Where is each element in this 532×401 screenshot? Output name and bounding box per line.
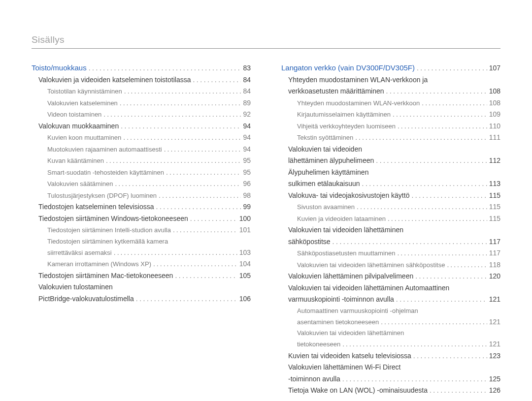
toc-entry-page: 99	[243, 201, 251, 213]
leader-dots	[173, 224, 237, 236]
leader-dots	[175, 270, 237, 282]
toc-entry-title: Valokuvien säätäminen	[47, 179, 113, 189]
toc-entry[interactable]: Kirjautumisselaimen käyttäminen109	[297, 109, 500, 121]
leader-dots	[415, 271, 487, 282]
toc-entry[interactable]: Tiedostojen siirtäminen Intelli-studion …	[47, 224, 251, 236]
toc-entry-page: 94	[243, 144, 251, 155]
toc-entry[interactable]: tietokoneeseen121	[297, 339, 500, 350]
toc-entry[interactable]: Valokuvien ja videoiden katseleminen toi…	[38, 74, 251, 86]
leader-dots	[413, 350, 487, 362]
toc-entry[interactable]: Valokuvan muokkaaminen94	[38, 121, 251, 132]
toc-entry[interactable]: Valokuvien säätäminen96	[47, 178, 251, 190]
toc-entry-title: Tiedostojen siirtäminen Windows-tietokon…	[38, 213, 188, 225]
toc-entry-title: Yhteyden muodostaminen WLAN-verkkoon ja	[288, 74, 428, 86]
toc-entry[interactable]: Yhteyden muodostaminen WLAN-verkkoon ja	[288, 74, 500, 86]
toc-entry-title: Yhteyden muodostaminen WLAN-verkkoon	[297, 98, 420, 109]
toc-entry[interactable]: Tiedostojen siirtäminen Mac-tietokoneese…	[38, 270, 251, 282]
toc-entry[interactable]: Toistotilan käynnistäminen84	[47, 86, 251, 97]
toc-entry[interactable]: Sivuston avaaminen115	[297, 201, 500, 213]
toc-entry[interactable]: varmuuskopiointi -toiminnon avulla121	[288, 294, 500, 306]
toc-entry[interactable]: Vihjeitä verkkoyhteyden luomiseen110	[297, 121, 500, 132]
leader-dots	[123, 132, 241, 144]
toc-entry-title: Tiedostojen siirtäminen Mac-tietokoneese…	[38, 270, 173, 282]
toc-entry[interactable]: Tulostusjärjestyksen (DPOF) luominen98	[47, 190, 251, 202]
leader-dots	[114, 247, 237, 259]
toc-entry[interactable]: Valokuvien tai videoiden lähettäminen	[288, 224, 500, 236]
toc-entry[interactable]: siirrettäväksi asemaksi103	[47, 247, 251, 259]
toc-entry-title: -toiminnon avulla	[288, 373, 340, 385]
leader-dots	[376, 155, 487, 167]
toc-entry[interactable]: Valokuvien tai videoiden lähettäminen sä…	[297, 259, 500, 271]
toc-entry[interactable]: verkkoasetusten määrittäminen108	[288, 86, 500, 97]
toc-entry-title: lähettäminen älypuhelimeen	[288, 155, 374, 167]
toc-entry-page: 121	[489, 339, 500, 350]
toc-entry[interactable]: Tiedostojen katseleminen televisiossa99	[38, 201, 251, 213]
leader-dots	[153, 258, 237, 270]
toc-entry[interactable]: Valokuvien katseleminen89	[47, 97, 251, 109]
toc-entry[interactable]: Tekstin syöttäminen111	[297, 132, 500, 144]
toc-entry-title: Kuvien tai videoiden katselu televisioss…	[288, 350, 411, 362]
toc-entry[interactable]: Yhteyden muodostaminen WLAN-verkkoon108	[297, 97, 500, 109]
leader-dots	[381, 316, 487, 328]
toc-entry-title: sähköpostitse	[288, 236, 331, 248]
toc-entry[interactable]: Automaattinen varmuuskopiointi -ohjelman	[297, 306, 500, 316]
leader-dots	[190, 213, 237, 225]
toc-entry[interactable]: Valokuvien tulostaminen	[38, 281, 251, 293]
toc-column-left: Toisto/muokkaus83Valokuvien ja videoiden…	[32, 62, 251, 397]
leader-dots	[159, 190, 241, 202]
toc-entry[interactable]: Muotokuvien rajaaminen automaattisesti94	[47, 144, 251, 155]
toc-entry[interactable]: Älypuhelimen käyttäminen	[288, 167, 500, 179]
toc-entry[interactable]: Kuvien koon muuttaminen94	[47, 132, 251, 144]
toc-entry[interactable]: -toiminnon avulla125	[288, 373, 500, 385]
leader-dots	[386, 86, 487, 97]
toc-entry[interactable]: Kameran irrottaminen (Windows XP)104	[47, 258, 251, 270]
toc-entry[interactable]: Tietoja Wake on LAN (WOL) -ominaisuudest…	[288, 385, 500, 397]
toc-entry-page: 84	[243, 74, 251, 86]
toc-entry[interactable]: Videon toistaminen92	[47, 109, 251, 121]
toc-entry-page: 110	[489, 121, 500, 132]
toc-entry[interactable]: Valokuvien lähettäminen pilvipalvelimeen…	[288, 271, 500, 282]
leader-dots	[342, 373, 487, 385]
toc-entry-title: Muotokuvien rajaaminen automaattisesti	[47, 144, 162, 155]
leader-dots	[447, 259, 487, 271]
toc-entry[interactable]: Tiedostojen siirtäminen Windows-tietokon…	[38, 213, 251, 225]
toc-entry[interactable]: sulkimen etälaukaisuun113	[288, 178, 500, 190]
toc-entry-page: 123	[489, 350, 500, 362]
toc-entry[interactable]: Valokuvien tai videoiden	[288, 144, 500, 155]
toc-entry[interactable]: Toisto/muokkaus83	[32, 62, 251, 74]
leader-dots	[342, 339, 487, 350]
toc-entry-page: 104	[239, 258, 251, 270]
toc-entry-page: 113	[489, 178, 500, 190]
toc-entry[interactable]: lähettäminen älypuhelimeen112	[288, 155, 500, 167]
toc-entry-page: 115	[489, 190, 500, 202]
toc-entry[interactable]: Langaton verkko (vain DV300F/DV305F)107	[281, 62, 500, 74]
toc-entry[interactable]: Kuvien ja videoiden lataaminen115	[297, 213, 500, 225]
toc-entry[interactable]: Valokuva- tai videojakosivustojen käyttö…	[288, 190, 500, 202]
leader-dots	[124, 86, 241, 97]
toc-entry[interactable]: Smart-suodatin -tehosteiden käyttäminen9…	[47, 167, 251, 179]
toc-entry-title: Valokuvien lähettäminen Wi-Fi Direct	[288, 362, 401, 373]
toc-entry[interactable]: PictBridge-valokuvatulostimella106	[38, 293, 251, 305]
leader-dots	[106, 155, 241, 167]
toc-entry[interactable]: Tiedostojen siirtäminen kytkemällä kamer…	[47, 236, 251, 247]
toc-entry[interactable]: Valokuvien tai videoiden lähettäminen	[297, 328, 500, 339]
leader-dots	[136, 293, 237, 305]
leader-dots	[115, 178, 241, 190]
toc-entry[interactable]: Valokuvien lähettäminen Wi-Fi Direct	[288, 362, 500, 373]
toc-entry[interactable]: asentaminen tietokoneeseen121	[297, 316, 500, 328]
toc-entry[interactable]: Kuvan kääntäminen95	[47, 155, 251, 167]
leader-dots	[397, 247, 487, 259]
toc-entry-title: Valokuvien tai videoiden	[288, 144, 362, 155]
toc-entry[interactable]: Sähköpostiasetusten muuttaminen117	[297, 247, 500, 259]
toc-entry[interactable]: sähköpostitse117	[288, 236, 500, 248]
toc-entry-page: 101	[239, 224, 251, 236]
leader-dots	[396, 294, 487, 306]
toc-entry[interactable]: Kuvien tai videoiden katselu televisioss…	[288, 350, 500, 362]
toc-entry-title: Valokuvan muokkaaminen	[38, 121, 119, 132]
leader-dots	[422, 97, 487, 109]
leader-dots	[103, 109, 241, 121]
toc-entry-page: 100	[239, 213, 251, 225]
section-header: Sisällys	[32, 34, 500, 49]
toc-entry-title: Kameran irrottaminen (Windows XP)	[47, 259, 151, 270]
toc-entry[interactable]: Valokuvien tai videoiden lähettäminen Au…	[288, 282, 500, 294]
